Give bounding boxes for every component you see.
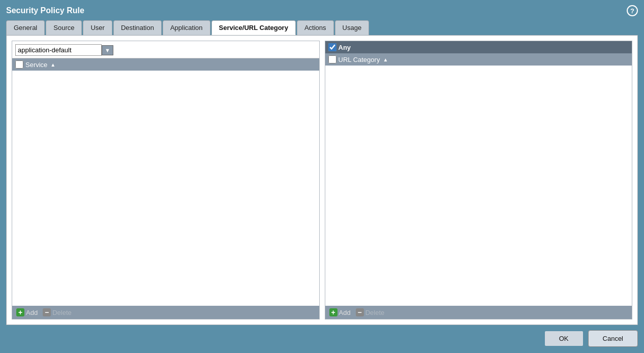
url-sort-icon[interactable]: ▲: [383, 57, 388, 62]
help-icon[interactable]: ?: [627, 5, 638, 16]
service-select-all-checkbox[interactable]: [15, 60, 23, 69]
service-add-label: Add: [26, 309, 38, 316]
url-footer: + Add − Delete: [325, 306, 632, 319]
url-any-header: Any: [325, 41, 632, 53]
url-delete-button[interactable]: − Delete: [356, 308, 385, 316]
service-dropdown-input[interactable]: [15, 44, 102, 56]
tab-destination[interactable]: Destination: [113, 20, 162, 35]
ok-button[interactable]: OK: [544, 330, 584, 347]
url-category-list-body: [325, 66, 632, 306]
dialog-title: Security Policy Rule: [6, 6, 84, 15]
service-delete-button[interactable]: − Delete: [43, 308, 72, 316]
service-column-label: Service: [25, 61, 47, 69]
service-dropdown-row: ▼: [12, 41, 319, 58]
service-delete-label: Delete: [52, 309, 72, 316]
url-category-column-label: URL Category: [339, 56, 380, 63]
tab-usage[interactable]: Usage: [335, 20, 370, 35]
chevron-down-icon: ▼: [105, 47, 110, 53]
url-add-label: Add: [339, 309, 351, 316]
url-delete-label: Delete: [365, 309, 385, 316]
url-any-checkbox[interactable]: [328, 43, 336, 51]
url-delete-icon: −: [356, 308, 364, 316]
panel: ▼ Service ▲ + Add − Delete: [6, 35, 638, 325]
panel-content: ▼ Service ▲ + Add − Delete: [12, 41, 632, 319]
service-footer: + Add − Delete: [12, 306, 319, 319]
tab-service-url[interactable]: Service/URL Category: [211, 20, 296, 35]
tab-general[interactable]: General: [6, 20, 45, 35]
tab-application[interactable]: Application: [163, 20, 210, 35]
add-icon: +: [16, 308, 24, 316]
service-col-header: Service ▲: [12, 58, 319, 71]
url-add-icon: +: [329, 308, 338, 316]
service-sort-icon[interactable]: ▲: [50, 62, 55, 68]
dialog: Security Policy Rule ? General Source Us…: [0, 0, 644, 353]
url-category-section: Any URL Category ▲ + Add − Delete: [325, 41, 633, 319]
url-any-label: Any: [339, 44, 351, 51]
url-add-button[interactable]: + Add: [329, 308, 351, 316]
service-section: ▼ Service ▲ + Add − Delete: [12, 41, 320, 319]
service-add-button[interactable]: + Add: [16, 308, 38, 316]
url-col-header: URL Category ▲: [325, 53, 632, 66]
tab-actions[interactable]: Actions: [297, 20, 334, 35]
service-dropdown-arrow[interactable]: ▼: [102, 45, 113, 55]
url-select-all-checkbox[interactable]: [328, 55, 336, 63]
title-bar: Security Policy Rule ?: [6, 5, 638, 16]
delete-icon: −: [43, 308, 51, 316]
service-list-body: [12, 71, 319, 306]
tab-source[interactable]: Source: [46, 20, 82, 35]
tab-user[interactable]: User: [83, 20, 112, 35]
dialog-footer: OK Cancel: [6, 330, 638, 347]
cancel-button[interactable]: Cancel: [588, 330, 638, 347]
tab-bar: General Source User Destination Applicat…: [6, 20, 638, 35]
